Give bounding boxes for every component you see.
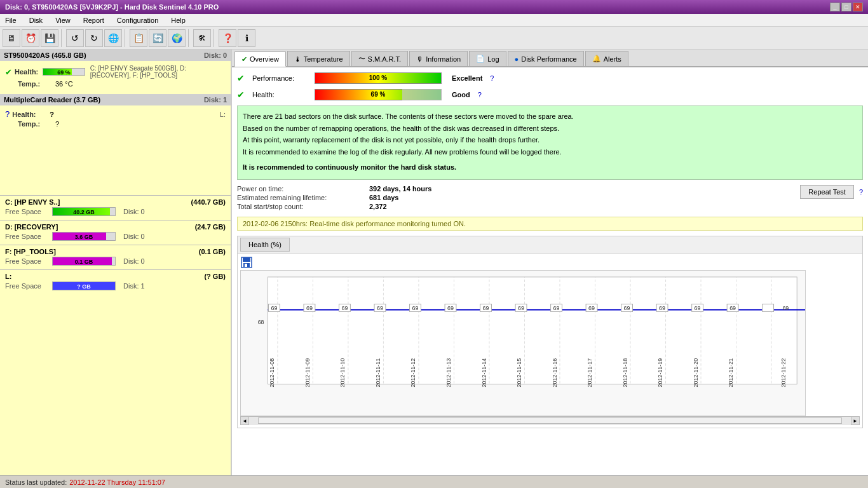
svg-text:2012-11-10: 2012-11-10 <box>339 358 346 387</box>
svg-text:2012-11-22: 2012-11-22 <box>780 358 787 387</box>
disk0-health-bar-label: 69 % <box>43 69 84 76</box>
health-label: Health: <box>252 91 309 98</box>
toolbar-btn-copy[interactable]: 📋 <box>130 29 147 47</box>
tab-alerts[interactable]: 🔔 Alerts <box>585 51 628 66</box>
chart-tab-health[interactable]: Health (%) <box>240 238 290 252</box>
toolbar-btn-forward[interactable]: ↻ <box>85 29 103 47</box>
tab-log[interactable]: 📄 Log <box>469 51 506 66</box>
tab-temperature[interactable]: 🌡 Temperature <box>287 51 350 66</box>
toolbar-btn-help[interactable]: ❓ <box>219 29 236 47</box>
toolbar-btn-back[interactable]: ↺ <box>66 29 84 47</box>
menu-view[interactable]: View <box>53 16 73 25</box>
disk0-health-row: ✔ Health: 69 % C: [HP ENVY Seagate 500GB… <box>5 65 226 79</box>
toolbar-btn-monitor[interactable]: 🖥 <box>3 29 20 47</box>
scroll-track[interactable] <box>258 417 842 424</box>
content-area: ✔ Performance: 100 % Excellent ? ✔ Healt… <box>232 67 868 475</box>
toolbar-btn-refresh[interactable]: 🔄 <box>149 29 166 47</box>
multicard-num: Disk: 1 <box>204 96 227 104</box>
svg-text:69: 69 <box>271 305 277 311</box>
toolbar-btn-info[interactable]: ℹ <box>238 29 255 47</box>
stat-lifetime-row: Estimated remaining lifetime: 681 days <box>237 194 800 201</box>
tab-information[interactable]: 🎙 Information <box>409 51 468 66</box>
repeat-test-button[interactable]: Repeat Test <box>800 185 854 199</box>
toolbar-sep2 <box>125 29 127 47</box>
drive-d-size: (24.7 GB) <box>195 223 226 231</box>
menu-report[interactable]: Report <box>81 16 107 25</box>
tab-overview[interactable]: ✔ Overview <box>234 51 286 67</box>
info-line-3: At this point, warranty replacement of t… <box>243 135 857 146</box>
menu-configuration[interactable]: Configuration <box>114 16 161 25</box>
stat-startstop-value: 2,372 <box>369 203 387 210</box>
stat-lifetime-value: 681 days <box>369 194 398 201</box>
minimize-button[interactable]: _ <box>830 3 840 11</box>
performance-help-icon[interactable]: ? <box>490 74 494 82</box>
chart-save-icon[interactable] <box>240 256 860 270</box>
scroll-left-arrow[interactable]: ◄ <box>240 416 249 425</box>
drive-c-bar-label: 40.2 GB <box>53 208 115 216</box>
multicard-info: ? Health: ? L: Temp.: ? <box>0 105 231 132</box>
tab-information-label: Information <box>426 55 461 63</box>
svg-text:2012-11-18: 2012-11-18 <box>622 358 628 387</box>
repeat-test-help-icon[interactable]: ? <box>859 188 863 196</box>
toolbar-btn-save[interactable]: 💾 <box>41 29 58 47</box>
svg-text:2012-11-16: 2012-11-16 <box>552 358 558 387</box>
disk0-temp-label: Temp.: <box>18 80 53 88</box>
drive-d-disk: Disk: 0 <box>123 233 145 240</box>
toolbar-sep1 <box>61 29 64 47</box>
scroll-right-arrow[interactable]: ► <box>851 416 860 425</box>
svg-rect-36 <box>763 304 774 311</box>
multicard-temp-row: Temp.: ? <box>5 120 226 128</box>
disk0-health-bar: 69 % <box>43 68 85 76</box>
drive-f-free-row: Free Space 0.1 GB Disk: 0 <box>5 257 226 266</box>
performance-status: Excellent <box>452 74 482 82</box>
performance-bar-text: 100 % <box>315 72 442 84</box>
disk0-temp-row: Temp.: 36 °C <box>5 80 226 88</box>
toolbar-btn-schedule[interactable]: ⏰ <box>22 29 39 47</box>
tab-diskperformance[interactable]: ● Disk Performance <box>508 51 584 66</box>
health-chart-svg: 68 69 69 <box>240 270 806 416</box>
menubar: File Disk View Report Configuration Help <box>0 14 868 27</box>
svg-text:69: 69 <box>518 305 524 311</box>
tab-smart-icon: 〜 <box>358 54 365 64</box>
drive-l-name: L: <box>5 273 11 280</box>
close-button[interactable]: ✕ <box>853 3 863 11</box>
drive-d-free-row: Free Space 3.6 GB Disk: 0 <box>5 232 226 241</box>
svg-text:69: 69 <box>447 305 454 311</box>
menu-help[interactable]: Help <box>168 16 188 25</box>
svg-rect-1 <box>243 257 250 262</box>
svg-rect-3 <box>245 264 247 267</box>
svg-text:2012-11-20: 2012-11-20 <box>693 358 699 387</box>
drive-c-disk: Disk: 0 <box>123 208 145 215</box>
chart-h-scrollbar[interactable]: ◄ ► <box>240 416 860 425</box>
drive-f-header: F: [HP_TOOLS] (0.1 GB) <box>5 248 226 255</box>
drive-c-name: C: [HP ENVY S..] <box>5 198 60 206</box>
info-line-1: There are 21 bad sectors on the disk sur… <box>243 111 857 122</box>
disk0-health-icon: ✔ <box>5 67 12 77</box>
multicard-name: MultipleCard Reader (3.7 GB) <box>4 96 100 104</box>
performance-row: ✔ Performance: 100 % Excellent ? <box>237 72 863 84</box>
toolbar: 🖥 ⏰ 💾 ↺ ↻ 🌐 📋 🔄 🌍 🛠 ❓ ℹ <box>0 27 868 50</box>
tab-smart[interactable]: 〜 S.M.A.R.T. <box>351 51 409 66</box>
right-panel: ✔ Overview 🌡 Temperature 〜 S.M.A.R.T. 🎙 … <box>232 50 868 475</box>
health-help-icon[interactable]: ? <box>478 91 482 98</box>
tab-temperature-icon: 🌡 <box>294 55 301 63</box>
menu-disk[interactable]: Disk <box>27 16 45 25</box>
toolbar-btn-network[interactable]: 🌍 <box>168 29 186 47</box>
tab-alerts-label: Alerts <box>604 55 621 63</box>
titlebar-controls[interactable]: _ □ ✕ <box>830 3 863 11</box>
drive-l-free-label: Free Space <box>5 282 50 290</box>
toolbar-btn-tools[interactable]: 🛠 <box>193 29 211 47</box>
drive-l-size: (? GB) <box>204 273 226 280</box>
stat-poweron-value: 392 days, 14 hours <box>369 185 431 193</box>
drive-d-name: D: [RECOVERY] <box>5 223 58 231</box>
menu-file[interactable]: File <box>3 16 19 25</box>
drive-f-bar-label: 0.1 GB <box>53 257 115 266</box>
multicard-health-value: ? <box>50 111 54 118</box>
svg-text:69: 69 <box>306 305 313 311</box>
maximize-button[interactable]: □ <box>841 3 851 11</box>
toolbar-btn-globe[interactable]: 🌐 <box>104 29 122 47</box>
stat-startstop-row: Total start/stop count: 2,372 <box>237 203 800 210</box>
performance-icon: ✔ <box>237 73 247 83</box>
disk0-header: ST9500420AS (465.8 GB) Disk: 0 <box>0 50 231 61</box>
multicard-temp-value: ? <box>55 120 59 128</box>
